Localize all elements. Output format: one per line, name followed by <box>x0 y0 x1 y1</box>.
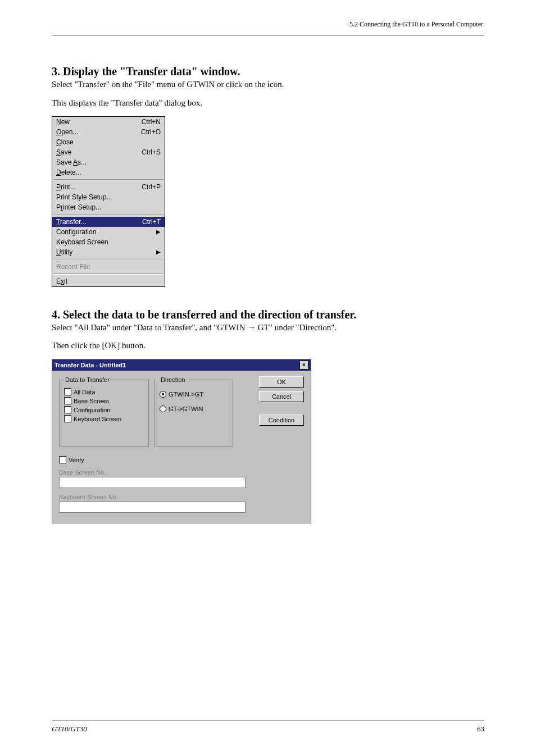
dialog-title: Transfer Data - Untitled1 <box>54 362 126 368</box>
menu-item-close[interactable]: Close <box>52 137 165 147</box>
header-right: 5.2 Connecting the GT10 to a Personal Co… <box>349 20 483 29</box>
menu-item-save-as[interactable]: Save As... <box>52 157 165 167</box>
group-data-to-transfer: Data to Transfer All Data Base Screen Co… <box>59 376 149 447</box>
menu-item-print[interactable]: Print... Ctrl+P <box>52 182 165 192</box>
radio-label: GTWIN->GT <box>169 391 203 398</box>
menu-item-open[interactable]: Open... Ctrl+O <box>52 127 165 137</box>
condition-button[interactable]: Condition <box>259 415 304 426</box>
checkbox-label: All Data <box>74 389 96 395</box>
file-menu: New Ctrl+N Open... Ctrl+O Close Save Ctr… <box>52 116 165 287</box>
menu-item-configuration[interactable]: Configuration ▶ <box>52 227 165 237</box>
menu-item-utility[interactable]: Utility ▶ <box>52 247 165 257</box>
menu-item-new[interactable]: New Ctrl+N <box>52 117 165 127</box>
checkbox-icon <box>64 388 71 395</box>
close-icon: × <box>302 362 306 368</box>
input-base-screen-no[interactable] <box>59 477 246 488</box>
step4-p1: Select "All Data" under "Data to Transfe… <box>52 322 484 333</box>
footer-left: GT10/GT30 <box>52 725 87 734</box>
menu-item-exit[interactable]: Exit <box>52 276 165 286</box>
menu-item-label: ew <box>61 118 70 126</box>
menu-item-delete[interactable]: Delete... <box>52 167 165 177</box>
menu-item-recent: Recent File <box>52 262 165 272</box>
checkbox-label: Configuration <box>74 407 110 413</box>
step4-heading: 4. Select the data to be transferred and… <box>52 308 484 321</box>
checkbox-verify[interactable]: Verify <box>59 456 304 463</box>
menu-item-transfer[interactable]: Transfer... Ctrl+T <box>52 217 165 227</box>
step3-p1: Select "Transfer" on the "File" menu of … <box>52 79 484 90</box>
cancel-button[interactable]: Cancel <box>259 391 304 402</box>
transfer-data-dialog: Transfer Data - Untitled1 × Data to Tran… <box>52 359 311 523</box>
radio-gtwin-to-gt[interactable]: GTWIN->GT <box>160 391 228 398</box>
menu-item-printer-setup[interactable]: Printer Setup... <box>52 202 165 212</box>
checkbox-base-screen[interactable]: Base Screen <box>64 397 144 404</box>
group-direction: Direction GTWIN->GT GT->GTWIN <box>155 376 233 447</box>
ok-button[interactable]: OK <box>259 376 304 388</box>
input-keyboard-screen-no[interactable] <box>59 502 246 513</box>
label-base-screen-no: Base Screen No. <box>59 469 304 476</box>
radio-icon <box>160 406 166 412</box>
checkbox-icon <box>64 397 71 404</box>
checkbox-label: Base Screen <box>74 398 109 404</box>
radio-gt-to-gtwin[interactable]: GT->GTWIN <box>160 406 228 412</box>
radio-label: GT->GTWIN <box>169 406 203 412</box>
submenu-arrow-icon: ▶ <box>156 248 161 256</box>
step3-heading: 3. Display the "Transfer data" window. <box>52 65 484 78</box>
dialog-titlebar: Transfer Data - Untitled1 × <box>52 359 311 371</box>
checkbox-configuration[interactable]: Configuration <box>64 406 144 413</box>
label-keyboard-screen-no: Keyboard Screen No. <box>59 494 304 500</box>
menu-item-print-style[interactable]: Print Style Setup... <box>52 192 165 202</box>
group-legend: Direction <box>160 376 186 383</box>
menu-item-save[interactable]: Save Ctrl+S <box>52 147 165 157</box>
close-button[interactable]: × <box>299 361 308 370</box>
checkbox-icon <box>59 456 66 463</box>
checkbox-all-data[interactable]: All Data <box>64 388 144 395</box>
step3-p2: This displays the "Transfer data" dialog… <box>52 98 484 108</box>
checkbox-label: Verify <box>69 457 84 463</box>
header-rule <box>52 35 484 35</box>
radio-icon <box>160 391 166 398</box>
submenu-arrow-icon: ▶ <box>156 228 161 236</box>
footer-page-number: 63 <box>477 725 484 734</box>
checkbox-icon <box>64 406 71 413</box>
group-legend: Data to Transfer <box>64 376 111 383</box>
step4-p2: Then click the [OK] button. <box>52 340 484 351</box>
footer-rule <box>52 721 484 721</box>
menu-shortcut: Ctrl+N <box>129 117 165 127</box>
checkbox-keyboard-screen[interactable]: Keyboard Screen <box>64 415 144 422</box>
checkbox-icon <box>64 415 71 422</box>
menu-item-keyboard-screen[interactable]: Keyboard Screen <box>52 237 165 247</box>
checkbox-label: Keyboard Screen <box>74 416 121 422</box>
